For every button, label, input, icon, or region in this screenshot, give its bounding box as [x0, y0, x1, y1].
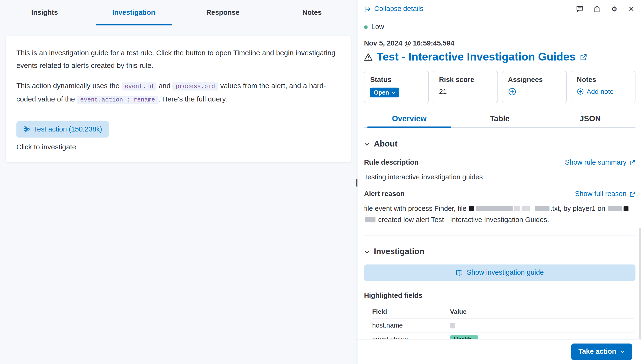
status-open-button[interactable]: Open: [370, 88, 399, 98]
code-process-pid: process.pid: [173, 82, 218, 90]
guide-intro-text: This is an investigation guide for a tes…: [17, 47, 340, 72]
about-heading: About: [374, 139, 397, 149]
take-action-label: Take action: [578, 348, 616, 356]
redacted-block: [469, 206, 474, 211]
code-event-action: event.action : rename: [77, 96, 158, 104]
tab-response[interactable]: Response: [178, 0, 267, 26]
take-action-button[interactable]: Take action: [571, 344, 632, 360]
tab-json[interactable]: JSON: [545, 110, 635, 128]
severity-label: Low: [371, 23, 384, 31]
popout-icon: [629, 191, 635, 197]
status-value: Open: [374, 89, 389, 96]
show-rule-summary-link[interactable]: Show rule summary: [565, 158, 635, 166]
add-assignee-button[interactable]: [508, 88, 516, 96]
rule-description-row: Rule description Show rule summary: [364, 158, 635, 166]
alert-title-row: Test - Interactive Investigation Guides: [364, 51, 635, 63]
collapse-icon: [364, 6, 371, 12]
assignees-card: Assignees: [502, 71, 567, 103]
guide-text-segment: This action dynamically uses the: [17, 82, 122, 90]
close-icon[interactable]: ✕: [627, 5, 635, 13]
chevron-down-icon: [620, 349, 625, 354]
investigation-section-toggle[interactable]: Investigation: [364, 247, 635, 256]
chevron-down-icon: [364, 141, 370, 147]
risk-score-label: Risk score: [439, 76, 491, 84]
book-icon: [456, 269, 462, 276]
redacted-value-block: [450, 323, 455, 328]
risk-score-value: 21: [439, 88, 491, 96]
alert-details-flyout: Collapse details ⚙ ✕: [357, 0, 642, 364]
redacted-block: [476, 206, 513, 211]
reason-text-segment: .txt, by player1 on: [550, 205, 607, 212]
scrollbar-thumb[interactable]: [639, 228, 641, 343]
flyout-header-actions: ⚙ ✕: [576, 5, 635, 13]
alert-detail-tabs: Insights Investigation Response Notes: [0, 0, 356, 26]
about-section-toggle[interactable]: About: [364, 139, 635, 149]
tab-insights[interactable]: Insights: [0, 0, 89, 26]
code-event-id: event.id: [122, 82, 157, 90]
alert-timestamp: Nov 5, 2024 @ 16:59:45.594: [364, 39, 635, 48]
tab-table[interactable]: Table: [454, 110, 545, 128]
severity-indicator: Low: [364, 23, 635, 31]
comment-icon[interactable]: [576, 5, 584, 13]
table-row-host-name: host.name: [372, 319, 634, 332]
screen: Insights Investigation Response Notes Th…: [0, 0, 642, 364]
section-divider: [364, 235, 635, 236]
column-header-value: Value: [450, 305, 634, 318]
guide-text-segment: and: [157, 82, 173, 90]
test-action-label: Test action (150.238k): [34, 125, 102, 134]
circle-plus-icon: [508, 88, 516, 96]
reason-text-segment: file event with process Finder, file: [364, 205, 468, 212]
status-label: Status: [370, 76, 422, 84]
redacted-block: [522, 206, 530, 211]
redacted-block: [608, 206, 622, 211]
rule-description-text: Testing interactive investigation guides: [364, 172, 635, 182]
redacted-block: [365, 217, 376, 222]
redacted-block: [514, 206, 520, 211]
guide-text-segment: . Here's the full query:: [158, 95, 228, 103]
notes-card: Notes Add note: [571, 71, 635, 103]
collapse-details-link[interactable]: Collapse details: [364, 5, 423, 13]
timeline-icon: [23, 126, 30, 133]
alert-reason-text: file event with process Finder, file .tx…: [364, 203, 635, 225]
guide-detail-text: This action dynamically uses the event.i…: [17, 79, 340, 106]
warning-icon: [364, 53, 372, 62]
title-popout-icon[interactable]: [579, 53, 587, 61]
alert-reason-row: Alert reason Show full reason: [364, 190, 635, 198]
rule-description-label: Rule description: [364, 158, 418, 166]
tab-overview[interactable]: Overview: [364, 110, 454, 128]
click-to-investigate-hint: Click to investigate: [17, 143, 340, 152]
show-full-reason-label: Show full reason: [575, 190, 626, 198]
alert-title[interactable]: Test - Interactive Investigation Guides: [377, 51, 575, 63]
chevron-down-icon: [364, 249, 370, 254]
investigation-heading: Investigation: [374, 247, 424, 256]
highlighted-fields-label: Highlighted fields: [364, 292, 635, 300]
chevron-down-icon: [392, 90, 396, 94]
status-card: Status Open: [364, 71, 429, 103]
redacted-block: [624, 206, 629, 211]
collapse-details-label: Collapse details: [374, 5, 423, 13]
add-note-label: Add note: [587, 88, 614, 96]
tab-notes[interactable]: Notes: [267, 0, 356, 26]
show-investigation-guide-button[interactable]: Show investigation guide: [364, 264, 635, 281]
left-panel: Insights Investigation Response Notes Th…: [0, 0, 356, 364]
gear-icon[interactable]: ⚙: [610, 5, 618, 13]
flyout-tabs: Overview Table JSON: [364, 110, 635, 128]
flyout-header: Collapse details ⚙ ✕: [364, 0, 635, 13]
share-icon[interactable]: [593, 5, 601, 13]
risk-score-card: Risk score 21: [433, 71, 498, 103]
flyout-footer: Take action: [357, 339, 642, 364]
show-full-reason-link[interactable]: Show full reason: [575, 190, 635, 198]
show-investigation-guide-label: Show investigation guide: [467, 269, 544, 277]
field-name: host.name: [372, 319, 450, 332]
add-note-button[interactable]: Add note: [577, 88, 614, 96]
notes-label: Notes: [577, 76, 629, 84]
show-rule-summary-label: Show rule summary: [565, 158, 626, 166]
redacted-block: [535, 206, 549, 211]
circle-plus-icon: [577, 88, 584, 95]
alert-summary-cards: Status Open Risk score 21 Assignees: [364, 71, 635, 103]
test-action-button[interactable]: Test action (150.238k): [17, 121, 109, 138]
assignees-label: Assignees: [508, 76, 560, 84]
tab-investigation[interactable]: Investigation: [89, 0, 178, 26]
severity-dot: [364, 25, 367, 29]
table-header-row: Field Value: [372, 305, 634, 319]
